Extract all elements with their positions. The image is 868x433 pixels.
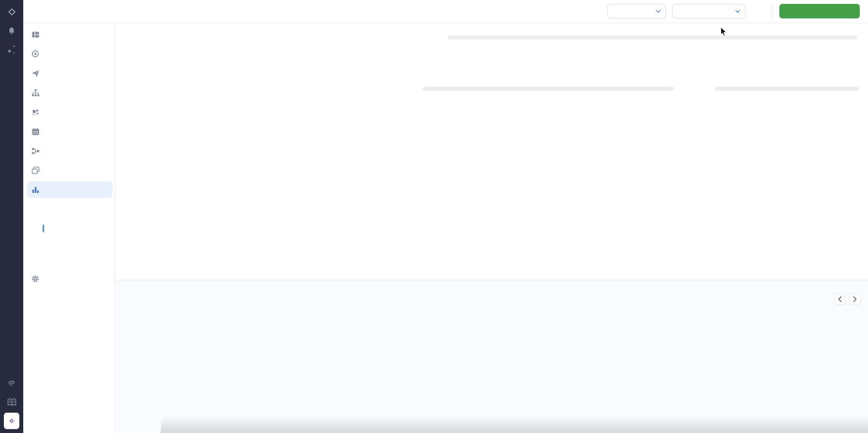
dashboard-icon <box>31 30 40 39</box>
legend-item-website-visits[interactable] <box>698 244 706 248</box>
sidebar-item-experiences[interactable] <box>27 84 112 101</box>
legend-dot <box>698 244 702 248</box>
ai-sparkles-icon[interactable]: ✦✦✦ <box>0 44 23 56</box>
create-attribution-model-button[interactable] <box>779 4 860 18</box>
carousel-next-button[interactable] <box>849 293 861 305</box>
data-flow-icon <box>31 146 40 156</box>
totals-heading-track <box>448 35 857 39</box>
settings-gear-icon <box>31 274 40 284</box>
chevron-down-icon <box>735 8 740 15</box>
sidebar-item-campaigns[interactable] <box>27 65 112 81</box>
sidebar-item-opportunities[interactable] <box>27 46 112 62</box>
content-pages-icon <box>31 165 40 175</box>
campaigns-paper-plane-icon <box>31 68 40 78</box>
audiences-icon <box>31 107 40 117</box>
sidebar-item-content[interactable] <box>27 162 112 178</box>
sidebar-item-data[interactable] <box>27 143 112 159</box>
zeta-logo[interactable] <box>4 413 19 429</box>
sidebar-subitem-prime-time[interactable] <box>23 246 115 257</box>
sidebar-subitem-attribution[interactable] <box>23 223 115 234</box>
top-sources-heading-track <box>422 87 674 91</box>
toolbar-divider <box>772 4 772 18</box>
legend-dot <box>774 244 778 248</box>
knowledge-book-icon[interactable] <box>0 396 23 408</box>
app-rail: ✦✦✦ <box>0 0 23 433</box>
top-bar <box>23 0 868 23</box>
mouse-cursor <box>720 27 729 38</box>
zeta-diamond-icon[interactable] <box>0 6 23 17</box>
notifications-bell-icon[interactable] <box>0 25 23 37</box>
stat-website-visits <box>747 74 864 78</box>
legend-item-email[interactable] <box>774 244 783 248</box>
carousel-prev-button[interactable] <box>834 293 846 305</box>
legend-item-sms[interactable] <box>698 253 706 257</box>
overlap-heading-track <box>715 87 859 91</box>
sidebar-subitem-content[interactable] <box>23 235 115 245</box>
sidebar-item-calendar[interactable] <box>27 123 112 140</box>
sidebar <box>23 23 116 433</box>
calendar-icon <box>31 127 40 136</box>
attribution-page: ✦✦✦ <box>0 0 868 433</box>
bottom-shadow <box>161 416 868 433</box>
sidebar-subitem-report-builder[interactable] <box>23 200 115 210</box>
channels-sunburst-chart[interactable] <box>128 39 356 267</box>
experiences-panel <box>116 280 868 433</box>
sidebar-subitem-templates[interactable] <box>23 211 115 222</box>
chevron-down-icon <box>656 8 661 15</box>
analytics-bars-icon <box>31 185 40 194</box>
legend-dot <box>698 253 702 257</box>
experiences-sitemap-icon <box>31 88 40 97</box>
signal-icon[interactable] <box>0 377 23 388</box>
attribution-model-select[interactable] <box>672 4 745 18</box>
more-options-button[interactable] <box>755 4 771 18</box>
sidebar-subitem-business-intelligence[interactable] <box>23 258 115 269</box>
sidebar-item-settings[interactable] <box>27 271 112 287</box>
date-range-select[interactable] <box>607 4 666 18</box>
stat-opens <box>374 74 491 78</box>
opportunities-icon <box>31 49 40 59</box>
overlap-venn-chart[interactable] <box>690 82 868 276</box>
venn-lens-outline <box>822 128 834 141</box>
sidebar-item-audiences[interactable] <box>27 104 112 120</box>
sunburst-svg <box>128 39 356 267</box>
sidebar-item-dashboard[interactable] <box>27 26 112 43</box>
sidebar-item-analytics[interactable] <box>27 181 112 198</box>
